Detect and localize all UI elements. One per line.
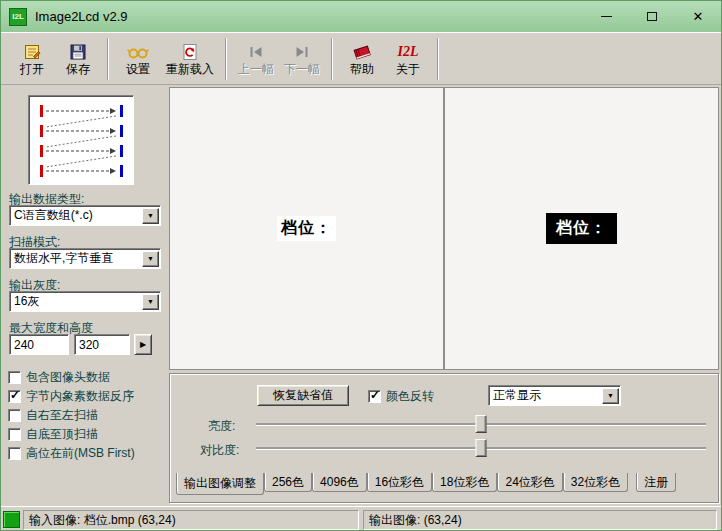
checkbox-box — [8, 447, 21, 460]
checkbox-label: 自右至左扫描 — [26, 407, 98, 424]
checkbox-reverse-pixel-order[interactable]: 字节内象素数据反序 — [8, 388, 134, 404]
max-height-input[interactable] — [74, 334, 130, 355]
app-icon: I2L — [9, 8, 27, 26]
toolbar: 打开 保存 — [1, 32, 721, 85]
checkbox-include-header[interactable]: 包含图像头数据 — [8, 369, 110, 385]
window-title: Image2Lcd v2.9 — [35, 9, 128, 24]
close-icon: ✕ — [693, 9, 704, 24]
scan-mode-select[interactable]: 数据水平,字节垂直 ▼ — [9, 248, 161, 269]
title-bar: I2L Image2Lcd v2.9 ✕ — [1, 1, 721, 32]
brightness-slider-thumb[interactable] — [476, 415, 487, 433]
toolbar-button-reload[interactable]: 重新载入 — [161, 35, 219, 82]
toolbar-button-help[interactable]: 帮助 — [339, 35, 385, 82]
restore-defaults-button[interactable]: 恢复缺省值 — [257, 385, 349, 406]
toolbar-button-label: 保存 — [66, 63, 90, 76]
toolbar-button-label: 上一幅 — [238, 63, 274, 76]
checkbox-label: 字节内象素数据反序 — [26, 388, 134, 405]
contrast-slider-thumb[interactable] — [476, 439, 487, 457]
checkbox-right-to-left[interactable]: 自右至左扫描 — [8, 407, 98, 423]
checkbox-box — [8, 428, 21, 441]
toolbar-button-previous: 上一幅 — [233, 35, 279, 82]
color-mode-tabs: 输出图像调整 256色 4096色 16位彩色 18位彩色 24位彩色 32位彩… — [176, 473, 676, 495]
toolbar-button-settings[interactable]: 设置 — [115, 35, 161, 82]
checkbox-label: 包含图像头数据 — [26, 369, 110, 386]
settings-icon — [127, 42, 149, 62]
toolbar-button-next: 下一幅 — [279, 35, 325, 82]
maximize-icon — [647, 12, 657, 21]
checkbox-box — [368, 390, 381, 403]
contrast-label: 对比度: — [200, 442, 239, 459]
scan-direction-preview — [28, 95, 134, 185]
tab-register[interactable]: 注册 — [636, 473, 676, 492]
gray-level-select[interactable]: 16灰 ▼ — [9, 291, 161, 312]
save-icon — [67, 42, 89, 62]
checkbox-label: 自底至顶扫描 — [26, 426, 98, 443]
tab-4096-color[interactable]: 4096色 — [312, 473, 367, 492]
tab-256-color[interactable]: 256色 — [264, 473, 312, 492]
caption-buttons: ✕ — [583, 1, 721, 32]
close-button[interactable]: ✕ — [675, 1, 721, 32]
chevron-down-icon[interactable]: ▼ — [142, 208, 159, 224]
toolbar-separator — [107, 38, 109, 80]
minimize-button[interactable] — [583, 1, 629, 32]
app-window: I2L Image2Lcd v2.9 ✕ 打开 — [0, 0, 722, 531]
input-image-status: 输入图像: 档位.bmp (63,24) — [23, 510, 359, 530]
contrast-slider[interactable] — [256, 438, 706, 458]
apply-size-button[interactable]: ▶ — [134, 334, 152, 355]
chevron-down-icon[interactable]: ▼ — [602, 388, 619, 404]
chevron-down-icon[interactable]: ▼ — [142, 251, 159, 267]
checkbox-label: 高位在前(MSB First) — [26, 445, 135, 462]
toolbar-button-label: 打开 — [20, 63, 44, 76]
output-image-preview: 档位： — [444, 87, 719, 370]
toolbar-button-about[interactable]: I2L 关于 — [385, 35, 431, 82]
status-app-icon — [3, 511, 20, 528]
max-width-input[interactable] — [9, 334, 69, 355]
toolbar-separator — [331, 38, 333, 80]
display-mode-value: 正常显示 — [489, 387, 601, 404]
toolbar-button-label: 下一幅 — [284, 63, 320, 76]
next-icon — [291, 42, 313, 62]
output-image: 档位： — [546, 213, 617, 244]
toolbar-button-label: 设置 — [126, 63, 150, 76]
tab-32bit-color[interactable]: 32位彩色 — [563, 473, 628, 492]
reload-icon — [179, 42, 201, 62]
brightness-slider[interactable] — [256, 414, 706, 434]
tab-output-adjust[interactable]: 输出图像调整 — [176, 473, 264, 495]
checkbox-color-invert[interactable]: 颜色反转 — [368, 388, 434, 404]
toolbar-button-save[interactable]: 保存 — [55, 35, 101, 82]
input-image: 档位： — [277, 216, 336, 241]
tab-18bit-color[interactable]: 18位彩色 — [432, 473, 497, 492]
output-adjust-panel: 恢复缺省值 颜色反转 正常显示 ▼ 亮度: 对比度: 输出图像调整 256色 4… — [169, 373, 719, 503]
checkbox-bottom-to-top[interactable]: 自底至顶扫描 — [8, 426, 98, 442]
gray-level-value: 16灰 — [10, 293, 141, 310]
tab-16bit-color[interactable]: 16位彩色 — [367, 473, 432, 492]
toolbar-button-open[interactable]: 打开 — [9, 35, 55, 82]
open-icon — [21, 42, 43, 62]
minimize-icon — [601, 16, 612, 17]
chevron-down-icon[interactable]: ▼ — [142, 294, 159, 310]
brightness-label: 亮度: — [208, 418, 235, 435]
toolbar-separator — [225, 38, 227, 80]
previous-icon — [245, 42, 267, 62]
scan-mode-value: 数据水平,字节垂直 — [10, 250, 141, 267]
status-bar: 输入图像: 档位.bmp (63,24) 输出图像: (63,24) — [1, 506, 721, 531]
checkbox-label: 颜色反转 — [386, 388, 434, 405]
input-image-preview: 档位： — [169, 87, 444, 370]
toolbar-separator — [437, 38, 439, 80]
checkbox-box — [8, 409, 21, 422]
output-type-select[interactable]: C语言数组(*.c) ▼ — [9, 205, 161, 226]
checkbox-box — [8, 390, 21, 403]
scan-diagram-icon — [32, 99, 130, 181]
about-icon: I2L — [397, 42, 419, 62]
toolbar-button-label: 帮助 — [350, 63, 374, 76]
maximize-button[interactable] — [629, 1, 675, 32]
tab-24bit-color[interactable]: 24位彩色 — [497, 473, 562, 492]
toolbar-button-label: 关于 — [396, 63, 420, 76]
toolbar-button-label: 重新载入 — [166, 63, 214, 76]
checkbox-msb-first[interactable]: 高位在前(MSB First) — [8, 445, 135, 461]
help-icon — [351, 42, 373, 62]
settings-sidebar: 输出数据类型: C语言数组(*.c) ▼ 扫描模式: 数据水平,字节垂直 ▼ 输… — [4, 87, 168, 504]
output-image-status: 输出图像: (63,24) — [363, 510, 717, 530]
display-mode-select[interactable]: 正常显示 ▼ — [488, 385, 621, 406]
output-type-value: C语言数组(*.c) — [10, 207, 141, 224]
